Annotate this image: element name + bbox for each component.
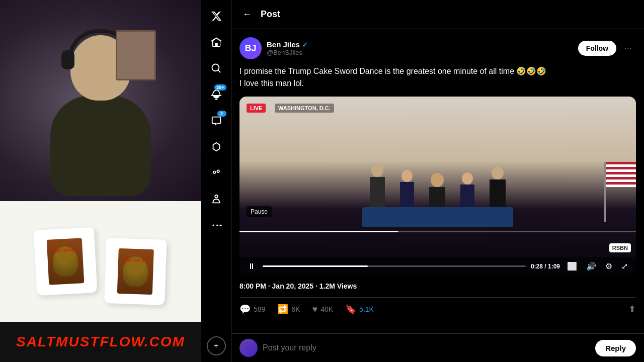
sidebar-item-home[interactable] [205, 31, 227, 53]
settings-button[interactable]: ⚙ [603, 260, 614, 272]
figure-head-4 [462, 172, 473, 185]
post-meta: 8:00 PM · Jan 20, 2025 · 1.2M Views [239, 282, 636, 290]
sidebar-item-notifications[interactable]: 20+ [205, 83, 227, 106]
avatar: BJ [239, 37, 262, 59]
live-badge: LIVE [247, 104, 266, 113]
webcam-area [0, 0, 201, 201]
left-panel: DON'T EAT ME. DON'T EAT ME. SALTMUSTFLOW… [0, 0, 201, 362]
home-icon [211, 37, 222, 48]
figure-head-2 [401, 170, 413, 182]
back-button[interactable]: ← [239, 6, 255, 23]
display-name: Ben Jiles ✓ [267, 40, 308, 49]
reply-avatar [239, 339, 258, 357]
sidebar-item-more[interactable] [205, 214, 227, 236]
pause-tooltip: Pause [247, 206, 272, 217]
author-info: BJ Ben Jiles ✓ @BenSJiles [239, 37, 308, 59]
notifications-icon [211, 89, 222, 100]
post-content: BJ Ben Jiles ✓ @BenSJiles Follow ··· I p… [231, 29, 644, 333]
time-display: 0:28 / 1:09 [531, 263, 560, 270]
comment-icon: 💬 [239, 304, 251, 315]
verified-badge: ✓ [302, 41, 308, 49]
mugs-display: DON'T EAT ME. DON'T EAT ME. [0, 201, 201, 322]
seekbar-fill [263, 265, 368, 267]
author-names: Ben Jiles ✓ @BenSJiles [267, 40, 308, 56]
mug-image-1: DON'T EAT ME. [47, 238, 85, 285]
bookmark-count[interactable]: 🔖 5.1K [345, 304, 374, 315]
messages-icon [211, 115, 222, 126]
video-controls: ⏸ 0:28 / 1:09 ⬜ 🔊 ⚙ ⤢ [239, 257, 636, 275]
wall-painting [116, 30, 156, 80]
author-row: BJ Ben Jiles ✓ @BenSJiles Follow ··· [239, 37, 636, 59]
event-table [362, 207, 513, 227]
person-silhouette [35, 20, 166, 181]
brand-text: SALTMUSTFLOW.COM [16, 334, 185, 350]
fullscreen-button[interactable]: ⤢ [619, 260, 630, 272]
branding-area: SALTMUSTFLOW.COM [0, 322, 201, 362]
comment-count[interactable]: 💬 589 [239, 304, 265, 315]
more-options-button[interactable]: ··· [620, 41, 636, 56]
bookmark-icon: 🔖 [345, 304, 356, 315]
notification-badge: 20+ [214, 84, 226, 90]
grok-icon [211, 141, 222, 152]
like-number: 40K [320, 305, 333, 313]
author-actions: Follow ··· [578, 41, 636, 56]
volume-button[interactable]: 🔊 [584, 260, 598, 272]
message-badge: 2 [217, 111, 226, 117]
figure-head-3 [431, 173, 444, 187]
mug-top: DON'T EAT ME. [34, 227, 98, 296]
headphone-left [61, 50, 74, 69]
retweet-number: 6K [291, 305, 300, 313]
mug-character-2: DON'T EAT ME. [122, 256, 148, 287]
profile-icon [211, 194, 222, 205]
bookmark-number: 5.1K [359, 305, 374, 313]
reply-area: Reply [231, 333, 644, 362]
mug-image-2: DON'T EAT ME. [117, 248, 154, 295]
sidebar-item-grok[interactable] [205, 136, 227, 158]
username: @BenSJiles [267, 49, 308, 56]
mug-text-2: DON'T EAT ME. [123, 258, 148, 262]
engagement-row: 💬 589 🔁 6K ♥ 40K 🔖 5.1K ⬆ [239, 297, 636, 321]
sidebar-item-profile[interactable] [205, 188, 227, 210]
more-icon [211, 220, 222, 231]
reply-input[interactable] [263, 343, 590, 352]
rsbn-logo: RSBN [609, 243, 631, 252]
reply-button[interactable]: Reply [595, 340, 636, 356]
sidebar-item-communities[interactable] [205, 162, 227, 184]
seekbar[interactable] [263, 265, 526, 267]
x-logo-icon [211, 11, 222, 22]
video-container[interactable]: LIVE WASHINGTON, D.C. Pause RSBN ⏸ [239, 97, 636, 275]
like-count[interactable]: ♥ 40K [312, 304, 333, 315]
body-shape [50, 96, 151, 196]
streamer-cam [0, 0, 201, 201]
share-icon: ⬆ [628, 304, 636, 315]
location-tag: WASHINGTON, D.C. [275, 104, 334, 113]
twitter-sidebar: 20+ 2 + [201, 0, 231, 362]
pause-button[interactable]: ⏸ [246, 261, 258, 272]
video-frame: LIVE WASHINGTON, D.C. Pause RSBN [239, 97, 636, 257]
figure-head-1 [371, 164, 383, 177]
progress-bar-fill [239, 231, 398, 232]
mug-character-1: DON'T EAT ME. [52, 246, 78, 278]
sidebar-item-messages[interactable]: 2 [205, 110, 227, 132]
progress-bar-container[interactable] [239, 231, 636, 232]
page-title: Post [261, 9, 280, 20]
search-icon [211, 63, 222, 74]
figure-head-5 [492, 166, 504, 179]
mug-bottom: DON'T EAT ME. [104, 238, 167, 305]
sidebar-item-x-logo[interactable] [205, 5, 227, 27]
video-scene: LIVE WASHINGTON, D.C. Pause RSBN [239, 97, 636, 257]
twitter-panel: ← Post BJ Ben Jiles ✓ @BenSJiles Follow … [231, 0, 644, 362]
spaces-icon: + [207, 336, 226, 355]
mug-text-1: DON'T EAT ME. [52, 248, 77, 253]
communities-icon [211, 167, 222, 178]
sidebar-item-spaces[interactable]: + [205, 335, 227, 357]
retweet-icon: 🔁 [277, 304, 288, 315]
retweet-count[interactable]: 🔁 6K [277, 304, 300, 315]
post-header: ← Post [231, 0, 644, 29]
share-button[interactable]: ⬆ [628, 304, 636, 315]
captions-button[interactable]: ⬜ [565, 260, 579, 272]
tweet-text: I promise the Trump Cake Sword Dance is … [239, 65, 636, 89]
follow-button[interactable]: Follow [578, 41, 616, 56]
sidebar-item-search[interactable] [205, 57, 227, 79]
like-icon: ♥ [312, 304, 317, 315]
